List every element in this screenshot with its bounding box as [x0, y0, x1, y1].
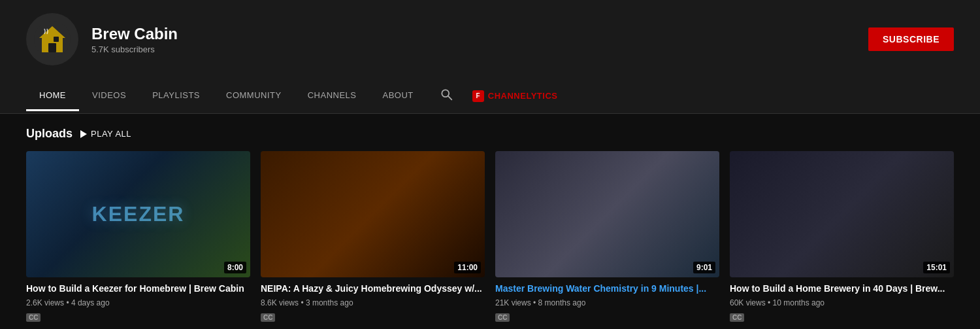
video-title-2: NEIPA: A Hazy & Juicy Homebrewing Odysse…: [261, 283, 485, 296]
thumbnail-3[interactable]: 9:01: [495, 151, 719, 277]
play-all-button[interactable]: PLAY ALL: [80, 129, 131, 139]
video-meta-3: 21K views • 8 months ago: [495, 298, 719, 307]
channelytics-label: CHANNELYTICS: [488, 91, 558, 101]
video-info-2: NEIPA: A Hazy & Juicy Homebrewing Odysse…: [261, 277, 485, 324]
channel-text: Brew Cabin 5.7K subscribers: [91, 25, 178, 54]
subscribe-button[interactable]: SUBSCRIBE: [868, 27, 954, 51]
tab-community[interactable]: COMMUNITY: [213, 81, 295, 111]
video-meta-2: 8.6K views • 3 months ago: [261, 298, 485, 307]
video-meta-1: 2.6K views • 4 days ago: [26, 298, 250, 307]
video-title-1: How to Build a Keezer for Homebrew | Bre…: [26, 283, 250, 296]
play-icon: [80, 130, 87, 138]
thumb-text-1: KEEZER: [92, 202, 185, 226]
cc-badge-4: CC: [730, 313, 744, 322]
svg-line-5: [448, 96, 451, 99]
subscriber-count: 5.7K subscribers: [91, 44, 178, 54]
video-info-4: How to Build a Home Brewery in 40 Days |…: [730, 277, 954, 324]
uploads-title: Uploads: [26, 127, 73, 141]
cc-badge-1: CC: [26, 313, 41, 322]
duration-badge-3: 9:01: [693, 262, 715, 273]
search-icon[interactable]: [433, 78, 459, 113]
duration-badge-1: 8:00: [224, 262, 246, 273]
dot-separator-1: •: [66, 298, 71, 307]
video-card-4[interactable]: 15:01 How to Build a Home Brewery in 40 …: [730, 151, 954, 324]
cc-badge-2: CC: [261, 313, 275, 322]
dot-separator-3: •: [533, 298, 538, 307]
channel-nav: HOME VIDEOS PLAYLISTS COMMUNITY CHANNELS…: [0, 78, 980, 114]
video-info-1: How to Build a Keezer for Homebrew | Bre…: [26, 277, 250, 324]
video-age-3: 8 months ago: [538, 298, 586, 307]
tab-home[interactable]: HOME: [26, 81, 79, 111]
tab-playlists[interactable]: PLAYLISTS: [139, 81, 213, 111]
video-card-2[interactable]: 11:00 NEIPA: A Hazy & Juicy Homebrewing …: [261, 151, 485, 324]
thumbnail-4[interactable]: 15:01: [730, 151, 954, 277]
video-views-2: 8.6K views: [261, 298, 299, 307]
channelytics-tab[interactable]: f CHANNELYTICS: [466, 81, 564, 111]
video-grid: KEEZER 8:00 How to Build a Keezer for Ho…: [26, 151, 954, 324]
tab-channels[interactable]: CHANNELS: [295, 81, 370, 111]
channelytics-icon: f: [472, 90, 484, 102]
duration-badge-2: 11:00: [454, 262, 481, 273]
dot-separator-2: •: [301, 298, 306, 307]
video-title-4: How to Build a Home Brewery in 40 Days |…: [730, 283, 954, 296]
video-age-1: 4 days ago: [71, 298, 110, 307]
thumbnail-2[interactable]: 11:00: [261, 151, 485, 277]
video-title-3: Master Brewing Water Chemistry in 9 Minu…: [495, 283, 719, 296]
video-views-3: 21K views: [495, 298, 531, 307]
channel-info: Brew Cabin 5.7K subscribers: [26, 13, 178, 65]
tab-about[interactable]: ABOUT: [370, 81, 427, 111]
video-info-3: Master Brewing Water Chemistry in 9 Minu…: [495, 277, 719, 324]
uploads-header: Uploads PLAY ALL: [26, 127, 954, 141]
video-views-1: 2.6K views: [26, 298, 64, 307]
channel-avatar[interactable]: [26, 13, 78, 65]
video-age-2: 3 months ago: [306, 298, 353, 307]
cc-badge-3: CC: [495, 313, 510, 322]
dot-separator-4: •: [768, 298, 773, 307]
video-card-3[interactable]: 9:01 Master Brewing Water Chemistry in 9…: [495, 151, 719, 324]
svg-rect-3: [54, 37, 59, 42]
svg-rect-2: [48, 43, 56, 52]
video-age-4: 10 months ago: [773, 298, 825, 307]
thumbnail-1[interactable]: KEEZER 8:00: [26, 151, 250, 277]
channel-name: Brew Cabin: [91, 25, 178, 43]
main-content: Uploads PLAY ALL KEEZER 8:00 How to Buil…: [0, 114, 980, 329]
video-card-1[interactable]: KEEZER 8:00 How to Build a Keezer for Ho…: [26, 151, 250, 324]
channel-header: Brew Cabin 5.7K subscribers SUBSCRIBE: [0, 0, 980, 78]
duration-badge-4: 15:01: [923, 262, 950, 273]
tab-videos[interactable]: VIDEOS: [79, 81, 139, 111]
play-all-label: PLAY ALL: [91, 129, 131, 139]
video-meta-4: 60K views • 10 months ago: [730, 298, 954, 307]
video-views-4: 60K views: [730, 298, 766, 307]
